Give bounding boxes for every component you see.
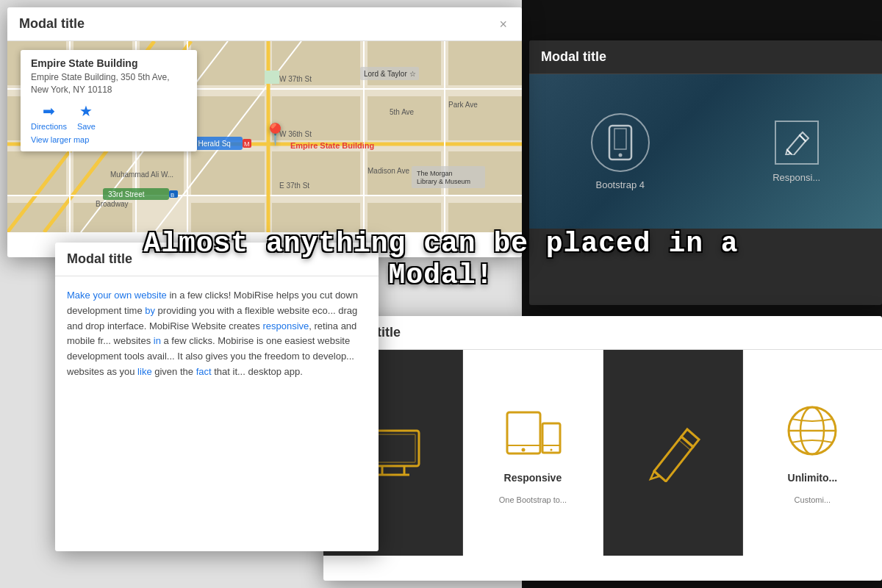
modal-dark: Modal title Bootstrap 4 Res — [529, 40, 882, 305]
pin-label: Empire State Building — [290, 141, 374, 150]
svg-text:Library & Museum: Library & Museum — [417, 178, 470, 185]
globe-card-sublabel: Customi... — [795, 495, 831, 504]
modal-text-body: Make your own website in a few clicks! M… — [55, 276, 379, 392]
phone-circle-icon — [591, 113, 650, 172]
place-name: Empire State Building — [31, 57, 187, 69]
svg-point-76 — [521, 448, 525, 452]
svg-text:Muhammad Ali W...: Muhammad Ali W... — [110, 171, 173, 179]
modal-map: Modal title × — [7, 7, 522, 257]
svg-rect-25 — [272, 203, 360, 232]
map-info-popup: Empire State Building Empire State Build… — [21, 50, 197, 151]
modal-map-header: Modal title × — [7, 7, 522, 41]
responsive-icon — [503, 401, 562, 460]
svg-rect-7 — [448, 41, 522, 85]
globe-icon — [783, 401, 842, 460]
map-pin: 📍 — [262, 122, 288, 146]
svg-rect-4 — [191, 41, 265, 85]
directions-button[interactable]: ➡ Directions — [31, 102, 67, 131]
responsive-card-label: Responsive — [504, 472, 562, 484]
svg-text:Madison Ave: Madison Ave — [368, 167, 410, 175]
modal-map-close[interactable]: × — [496, 18, 510, 31]
modal-dark-title: Modal title — [541, 49, 606, 65]
svg-rect-77 — [542, 423, 560, 453]
responsive-card-sublabel: One Bootstrap to... — [499, 495, 567, 504]
place-address: Empire State Building, 350 5th Ave,New Y… — [31, 71, 187, 96]
globe-card-label: Unlimito... — [788, 472, 838, 484]
svg-rect-65 — [265, 71, 279, 84]
pencil-square-icon — [775, 121, 819, 165]
modal-icons-header: Modal title — [323, 316, 882, 350]
svg-rect-24 — [191, 203, 265, 232]
svg-text:Lord & Taylor ☆: Lord & Taylor ☆ — [364, 70, 416, 78]
svg-rect-27 — [448, 203, 522, 232]
svg-rect-74 — [507, 412, 540, 453]
view-larger-link[interactable]: View larger map — [31, 135, 187, 144]
svg-text:5th Ave: 5th Ave — [390, 108, 415, 116]
bootstrap-label: Bootstrap 4 — [595, 179, 645, 190]
modal-text-header: Modal title — [55, 243, 379, 276]
svg-rect-13 — [368, 96, 441, 140]
pencil-icon — [643, 423, 702, 482]
svg-point-79 — [550, 449, 552, 451]
dark-responsive-section: Responsi... — [772, 121, 820, 183]
modal-dark-header: Modal title — [529, 40, 882, 74]
dark-bootstrap-section: Bootstrap 4 — [591, 113, 650, 190]
svg-text:33rd Street: 33rd Street — [108, 190, 145, 198]
svg-rect-67 — [614, 129, 626, 149]
svg-text:The Morgan: The Morgan — [417, 170, 453, 177]
svg-text:E 37th St: E 37th St — [279, 182, 309, 190]
svg-point-68 — [618, 153, 622, 157]
svg-line-80 — [678, 440, 690, 450]
modal-text: Modal title Make your own website in a f… — [55, 243, 379, 551]
svg-text:W 37th St: W 37th St — [279, 75, 312, 83]
responsive-label: Responsi... — [772, 172, 820, 183]
modal-text-title: Modal title — [67, 251, 132, 267]
modal-map-title: Modal title — [19, 16, 85, 32]
dark-image-area: Bootstrap 4 Responsi... — [529, 74, 882, 229]
icon-card-responsive: Responsive One Bootstrap to... — [463, 350, 603, 556]
place-actions: ➡ Directions ★ Save — [31, 102, 187, 131]
svg-text:Broadway: Broadway — [96, 200, 128, 208]
save-button[interactable]: ★ Save — [77, 102, 96, 131]
svg-rect-18 — [191, 151, 265, 196]
svg-rect-26 — [368, 203, 441, 232]
svg-text:Park Ave: Park Ave — [448, 101, 478, 109]
svg-text:M: M — [244, 140, 250, 148]
save-icon: ★ — [79, 102, 93, 120]
directions-icon: ➡ — [43, 102, 55, 120]
icons-grid: Responsive One Bootstrap to... Unlimito.… — [323, 350, 882, 556]
map-container: W 37th St W 36th St E 37th St 5th Ave Mu… — [7, 41, 522, 232]
svg-text:B: B — [171, 192, 174, 198]
modal-text-content: Make your own website in a few clicks! M… — [67, 288, 367, 380]
icon-card-globe: Unlimito... Customi... — [743, 350, 882, 556]
modal-icons: Modal title Resp — [323, 316, 882, 581]
svg-rect-15 — [7, 151, 66, 196]
icon-card-pencil — [603, 350, 743, 556]
